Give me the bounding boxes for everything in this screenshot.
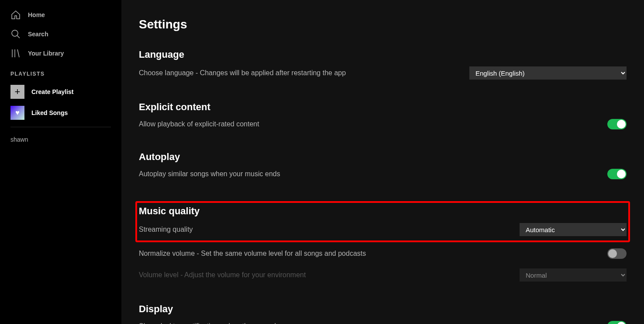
- explicit-toggle[interactable]: [607, 119, 627, 129]
- streaming-quality-row: Streaming quality Automatic: [139, 223, 627, 236]
- volume-level-desc: Volume level - Adjust the volume for you…: [139, 271, 306, 279]
- streaming-quality-label: Streaming quality: [139, 226, 193, 233]
- sidebar: Home Search Your Library PLAYLISTS + Cre…: [0, 0, 121, 324]
- search-icon: [10, 29, 21, 39]
- sidebar-divider: [10, 127, 111, 127]
- explicit-desc: Allow playback of explicit-rated content: [139, 120, 259, 128]
- explicit-heading: Explicit content: [139, 101, 627, 113]
- page-title: Settings: [139, 17, 627, 31]
- language-desc: Choose language - Changes will be applie…: [139, 69, 346, 77]
- sidebar-playlist-item[interactable]: shawn: [0, 131, 121, 148]
- liked-songs-button[interactable]: ♥ Liked Songs: [0, 102, 121, 123]
- sidebar-item-home[interactable]: Home: [3, 5, 118, 24]
- sidebar-item-search[interactable]: Search: [3, 24, 118, 44]
- create-playlist-label: Create Playlist: [31, 88, 74, 95]
- autoplay-row: Autoplay similar songs when your music e…: [139, 169, 627, 179]
- normalize-row: Normalize volume - Set the same volume l…: [139, 248, 627, 259]
- playlists-header: PLAYLISTS: [0, 63, 121, 81]
- sidebar-nav: Home Search Your Library: [0, 5, 121, 63]
- plus-icon: +: [10, 85, 24, 99]
- streaming-quality-select[interactable]: Automatic: [520, 223, 627, 236]
- autoplay-toggle[interactable]: [607, 169, 627, 179]
- language-row: Choose language - Changes will be applie…: [139, 66, 627, 80]
- normalize-toggle[interactable]: [607, 248, 627, 259]
- sidebar-item-label: Search: [28, 31, 48, 38]
- notifications-row: Show desktop notifications when the song…: [139, 321, 627, 324]
- notifications-toggle[interactable]: [607, 321, 627, 324]
- sidebar-item-label: Home: [28, 11, 45, 18]
- music-quality-heading: Music quality: [139, 206, 627, 217]
- svg-line-1: [17, 35, 20, 38]
- language-select[interactable]: English (English): [469, 66, 627, 80]
- language-heading: Language: [139, 49, 627, 60]
- volume-level-row: Volume level - Adjust the volume for you…: [139, 268, 627, 282]
- heart-icon: ♥: [10, 106, 24, 120]
- normalize-desc: Normalize volume - Set the same volume l…: [139, 250, 366, 258]
- liked-songs-label: Liked Songs: [31, 109, 68, 116]
- app-root: Home Search Your Library PLAYLISTS + Cre…: [0, 0, 644, 324]
- svg-line-4: [17, 49, 19, 57]
- home-icon: [10, 10, 21, 20]
- volume-level-select: Normal: [520, 268, 627, 282]
- library-icon: [10, 48, 21, 59]
- explicit-row: Allow playback of explicit-rated content: [139, 119, 627, 129]
- display-heading: Display: [139, 303, 627, 315]
- music-quality-highlight: Music quality Streaming quality Automati…: [135, 201, 630, 242]
- sidebar-item-library[interactable]: Your Library: [3, 44, 118, 63]
- settings-main: Settings Language Choose language - Chan…: [121, 0, 644, 324]
- notifications-desc: Show desktop notifications when the song…: [139, 322, 297, 324]
- autoplay-desc: Autoplay similar songs when your music e…: [139, 170, 280, 178]
- svg-point-0: [12, 30, 18, 36]
- autoplay-heading: Autoplay: [139, 151, 627, 163]
- sidebar-item-label: Your Library: [28, 50, 64, 57]
- create-playlist-button[interactable]: + Create Playlist: [0, 81, 121, 102]
